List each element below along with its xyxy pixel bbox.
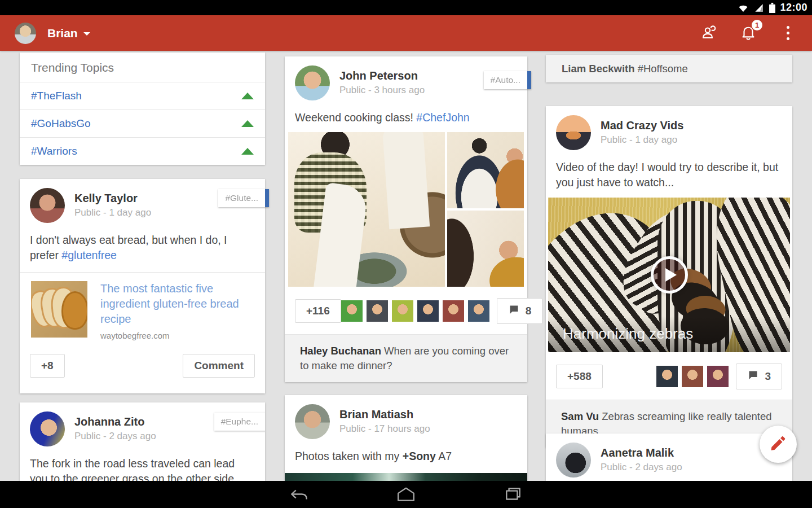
- link-preview[interactable]: The most fantastic five ingredient glute…: [20, 273, 265, 343]
- commenter-avatar[interactable]: [443, 300, 464, 322]
- post-card-aanetra-malik: Aanetra Malik Public - 2 days ago: [546, 433, 792, 481]
- mention-link[interactable]: +Sony: [403, 450, 436, 462]
- photo-cooking-main[interactable]: [288, 132, 445, 287]
- post-header: Aanetra Malik Public - 2 days ago: [546, 433, 792, 478]
- post-text: The fork in the road less traveled can l…: [20, 446, 265, 481]
- video-player[interactable]: Harmonizing zebras: [548, 198, 790, 352]
- post-text: Photos taken with my +Sony A7: [285, 439, 527, 472]
- plus-one-button[interactable]: +8: [30, 354, 65, 378]
- author-avatar[interactable]: [30, 188, 65, 223]
- commenter-avatar[interactable]: [367, 300, 388, 322]
- hashtag-link[interactable]: #glutenfree: [61, 249, 117, 261]
- clock-time: 12:00: [780, 2, 807, 14]
- photo-detail: [382, 132, 430, 229]
- comment-author[interactable]: Sam Vu: [561, 410, 599, 422]
- comment-count-button[interactable]: 8: [497, 298, 543, 324]
- comment-preview[interactable]: Haley Buchanan When are you coming over …: [285, 334, 527, 383]
- trending-topics-card: Trending Topics #TheFlash #GoHabsGo #War…: [20, 52, 265, 165]
- status-bar: 12:00: [0, 0, 812, 15]
- author-name[interactable]: Mad Crazy Vids: [601, 119, 683, 132]
- link-title[interactable]: The most fantastic five ingredient glute…: [100, 281, 254, 327]
- post-text-body: Weekend cooking class!: [295, 111, 416, 124]
- photo-cooking-top[interactable]: [447, 132, 524, 208]
- hashtag-ribbon-label: #Euphe...: [214, 413, 265, 431]
- commenter-avatar[interactable]: [682, 366, 703, 387]
- comment-button[interactable]: Comment: [183, 354, 255, 378]
- trending-topic-row[interactable]: #Warriors: [20, 137, 265, 165]
- comment-count: 8: [526, 305, 532, 317]
- commenter-avatar[interactable]: [707, 366, 729, 387]
- hashtag-ribbon[interactable]: #Glute...: [218, 189, 269, 207]
- photo-cooking-bottom[interactable]: [447, 211, 524, 287]
- recents-icon: [502, 485, 524, 504]
- trending-topic-link[interactable]: #GoHabsGo: [31, 117, 91, 130]
- overflow-dots-icon: [787, 26, 789, 40]
- post-text-body: The fork in the road less traveled can l…: [30, 457, 237, 481]
- add-person-icon: [700, 23, 718, 43]
- hashtag-ribbon-edge: [265, 189, 269, 207]
- photo-preview-sliver[interactable]: [285, 473, 527, 481]
- comment-bubble-icon: [508, 304, 520, 318]
- author-avatar[interactable]: [556, 115, 591, 150]
- author-avatar[interactable]: [556, 443, 591, 478]
- notifications-button[interactable]: 1: [739, 24, 758, 43]
- author-name[interactable]: John Peterson: [339, 69, 425, 82]
- trending-topic-row[interactable]: #TheFlash: [20, 82, 265, 110]
- author-name[interactable]: Kelly Taylor: [74, 192, 151, 205]
- google-plus-stream-screen: { "status_bar": { "time": "12:00" }, "ap…: [0, 0, 812, 508]
- chevron-down-icon[interactable]: [83, 32, 90, 36]
- hashtag-ribbon[interactable]: #Auto...: [484, 71, 531, 89]
- play-button[interactable]: [651, 256, 688, 294]
- comment-text: #Hoffsome: [635, 63, 688, 75]
- post-text-body: Photos taken with my: [295, 450, 403, 462]
- trending-topic-link[interactable]: #TheFlash: [31, 90, 82, 102]
- hashtag-link[interactable]: #ChefJohn: [416, 111, 469, 124]
- add-people-button[interactable]: [699, 24, 718, 43]
- notification-badge: 1: [752, 20, 762, 30]
- post-text: Weekend cooking class! #ChefJohn: [285, 100, 527, 132]
- pencil-icon: [769, 434, 787, 454]
- back-button[interactable]: [273, 485, 324, 504]
- comment-count-button[interactable]: 3: [736, 364, 782, 389]
- comment-author[interactable]: Haley Buchanan: [300, 345, 381, 357]
- plus-one-button[interactable]: +588: [556, 365, 603, 388]
- author-avatar[interactable]: [295, 65, 330, 100]
- commenter-avatar[interactable]: [341, 300, 363, 322]
- trend-up-icon: [241, 148, 254, 155]
- commenter-avatar[interactable]: [468, 300, 489, 322]
- post-meta: Public - 3 hours ago: [339, 85, 425, 96]
- post-card-john-peterson: #Auto... John Peterson Public - 3 hours …: [285, 56, 527, 382]
- comment-card-liam-beckwith[interactable]: Liam Beckwith #Hoffsome: [546, 55, 792, 82]
- link-domain: waytobegfree.com: [100, 331, 254, 340]
- post-card-kelly-taylor: #Glute... Kelly Taylor Public - 1 day ag…: [20, 179, 265, 393]
- compose-post-fab[interactable]: [760, 426, 797, 463]
- author-name[interactable]: Johanna Zito: [74, 415, 156, 428]
- hashtag-ribbon-label: #Auto...: [484, 71, 527, 89]
- commenter-avatar[interactable]: [417, 300, 439, 322]
- commenter-avatar[interactable]: [656, 366, 678, 387]
- post-header: Brian Matiash Public - 17 hours ago: [285, 395, 527, 439]
- current-user-avatar[interactable]: [15, 23, 36, 44]
- trending-topic-row[interactable]: #GoHabsGo: [20, 110, 265, 137]
- commenter-avatar[interactable]: [392, 300, 413, 322]
- post-text-body: A7: [436, 450, 452, 462]
- author-name[interactable]: Brian Matiash: [339, 408, 430, 421]
- link-thumbnail-bread: [31, 281, 87, 338]
- overflow-menu-button[interactable]: [778, 24, 797, 43]
- post-meta: Public - 17 hours ago: [339, 423, 430, 435]
- post-card-johanna-zito: #Euphe... Johanna Zito Public - 2 days a…: [20, 402, 265, 481]
- author-avatar[interactable]: [295, 404, 330, 439]
- post-actions: +116 8: [285, 287, 527, 334]
- trending-topic-link[interactable]: #Warriors: [31, 145, 77, 157]
- comment-author[interactable]: Liam Beckwith: [562, 63, 635, 75]
- account-switcher-label[interactable]: Brian: [47, 27, 78, 40]
- hashtag-ribbon[interactable]: #Euphe...: [214, 413, 265, 431]
- plus-one-button[interactable]: +116: [295, 299, 341, 323]
- back-icon: [288, 485, 310, 504]
- recent-apps-button[interactable]: [488, 485, 539, 504]
- author-avatar[interactable]: [30, 411, 65, 446]
- post-meta: Public - 2 days ago: [74, 431, 156, 442]
- photo-collage[interactable]: [288, 132, 524, 287]
- author-name[interactable]: Aanetra Malik: [601, 446, 682, 459]
- home-button[interactable]: [381, 485, 431, 504]
